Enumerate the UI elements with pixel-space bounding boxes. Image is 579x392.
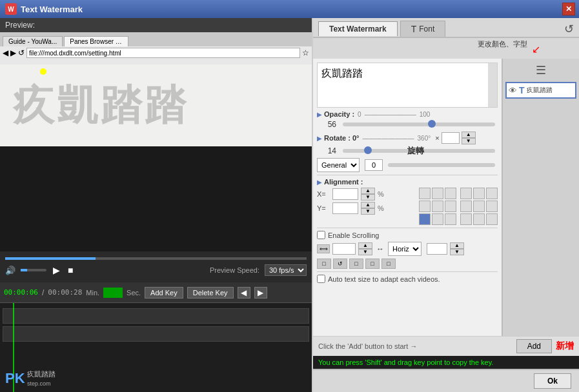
refresh-button[interactable]: ↺	[564, 22, 574, 36]
text-scrollbar[interactable]	[488, 63, 497, 107]
align-r-ml[interactable]	[460, 201, 472, 212]
align-r-bl[interactable]	[460, 213, 472, 225]
tab-font[interactable]: T Font	[400, 21, 446, 37]
main-container: Preview: Guide - YouWa... Panes Browser …	[0, 18, 579, 392]
opacity-slider[interactable]	[343, 122, 495, 126]
opacity-max: 100	[420, 111, 431, 118]
add-button[interactable]: Add	[516, 339, 552, 353]
video-preview-area: Guide - YouWa... Panes Browser Ope... ◀ …	[0, 32, 312, 251]
volume-slider[interactable]	[21, 269, 46, 271]
settings-panel: 疚凱踏踏 輸入文字 ▶ Opacity : 0 ———————— 100 56	[313, 59, 502, 336]
scroll-offset-input[interactable]: 50	[427, 243, 447, 255]
cursor-indicator	[40, 68, 46, 75]
x-input[interactable]: 14.90	[332, 188, 358, 200]
forward-icon[interactable]: ▶	[10, 48, 16, 57]
speed-select[interactable]: 30 fps/s	[265, 264, 307, 276]
rotate-mult-down[interactable]: ▼	[462, 138, 476, 144]
total-time: 00:00:28	[48, 288, 82, 297]
opacity-range-sep: ————————	[365, 111, 416, 118]
x-coord-row: X= 14.90 ▲ ▼ %	[317, 188, 414, 201]
annotation-area: 更改顏色、字型 ↙	[313, 38, 579, 59]
pk-logo: PK	[5, 370, 25, 387]
browser-url-bar: ◀ ▶ ↺ ☆	[0, 46, 312, 59]
general-dropdown[interactable]: General	[317, 158, 360, 172]
close-button[interactable]: ✕	[562, 3, 575, 15]
timeline-track-row-2	[3, 326, 309, 342]
next-key-button[interactable]: ▶	[254, 287, 267, 299]
align-r-tl[interactable]	[460, 188, 472, 199]
general-value-input[interactable]	[365, 159, 383, 171]
align-r-tc[interactable]	[473, 188, 485, 199]
scroll-type-4[interactable]: □	[365, 259, 380, 269]
ok-button[interactable]: Ok	[534, 373, 571, 389]
x-up-btn[interactable]: ▲	[361, 188, 375, 194]
prev-key-button[interactable]: ◀	[238, 287, 250, 299]
click-hint: Click the 'Add' button to start →	[318, 342, 513, 350]
stop-button[interactable]: ■	[66, 264, 74, 277]
align-tr[interactable]	[445, 188, 456, 199]
star-icon[interactable]: ☆	[302, 48, 309, 57]
align-br[interactable]	[445, 213, 456, 225]
align-bc[interactable]	[432, 213, 443, 225]
scrolling-row: Enable Scrolling	[317, 231, 498, 239]
rotate-mult-up[interactable]: ▲	[462, 132, 476, 138]
align-r-mr[interactable]	[486, 201, 498, 212]
progress-bar[interactable]	[5, 257, 307, 260]
scroll-offset-up[interactable]: ▲	[450, 242, 464, 249]
general-slider[interactable]	[388, 163, 495, 167]
scroll-speed-up[interactable]: ▲	[358, 242, 372, 249]
rotate-multiplier-input[interactable]: 1	[442, 132, 460, 144]
min-input[interactable]	[103, 288, 123, 298]
delete-key-button[interactable]: Delete Key	[187, 287, 234, 299]
opacity-value-row: 56	[317, 120, 498, 129]
y-input[interactable]: 60.62	[332, 202, 358, 214]
y-up-btn[interactable]: ▲	[361, 202, 375, 208]
play-button[interactable]: ▶	[52, 264, 61, 277]
scroll-offset-down[interactable]: ▼	[450, 249, 464, 255]
refresh-icon[interactable]: ↺	[18, 48, 25, 57]
rotate-slider-dot[interactable]	[364, 146, 372, 154]
preview-label: Preview:	[0, 18, 312, 32]
alignment-coords: X= 14.90 ▲ ▼ % Y= 60.62 ▲	[317, 188, 414, 216]
y-down-btn[interactable]: ▼	[361, 208, 375, 215]
align-r-mc[interactable]	[473, 201, 485, 212]
pk-sub-text: step.com	[27, 380, 51, 387]
opacity-triangle-icon: ▶	[317, 111, 322, 118]
browser-tab-1[interactable]: Guide - YouWa...	[3, 36, 63, 46]
browser-tab-2[interactable]: Panes Browser Ope...	[64, 36, 128, 46]
align-r-tr[interactable]	[486, 188, 498, 199]
x-label: X=	[317, 190, 330, 198]
scroll-type-2[interactable]: ↺	[333, 259, 347, 269]
auto-text-checkbox[interactable]	[317, 275, 325, 283]
scroll-type-1[interactable]: □	[317, 259, 331, 269]
scroll-type-3[interactable]: □	[349, 259, 363, 269]
opacity-slider-dot[interactable]	[428, 120, 436, 128]
url-input[interactable]	[26, 48, 300, 58]
align-ml[interactable]	[419, 201, 431, 212]
scroll-speed-input[interactable]: 200	[332, 243, 356, 255]
scroll-type-5[interactable]: □	[381, 259, 396, 269]
align-r-br[interactable]	[486, 213, 498, 225]
align-mc[interactable]	[432, 201, 443, 212]
scroll-speed-down[interactable]: ▼	[358, 249, 372, 255]
playback-controls: 🔊 ▶ ■ Preview Speed: 30 fps/s	[5, 264, 307, 277]
scroll-direction-select[interactable]: Horiz	[388, 242, 422, 256]
time-divider: /	[42, 288, 44, 297]
alignment-grids	[419, 188, 498, 225]
timeline-controls: 00:00:06 / 00:00:28 Min. Sec. Add Key De…	[0, 282, 312, 303]
align-r-bc[interactable]	[473, 213, 485, 225]
x-down-btn[interactable]: ▼	[361, 194, 375, 201]
enable-scrolling-checkbox[interactable]	[317, 231, 325, 239]
align-tl[interactable]	[419, 188, 431, 199]
tab-text-watermark[interactable]: Text Watermark	[318, 21, 398, 36]
rotate-x-label: ×	[435, 134, 439, 142]
align-bl[interactable]	[419, 213, 431, 225]
align-tc[interactable]	[432, 188, 443, 199]
align-mr[interactable]	[445, 201, 456, 212]
preview-card-text: 疚凱踏踏	[527, 86, 553, 95]
scroll-controls-row: ⟺ 200 ▲ ▼ ↔ Horiz 50 ▲ ▼	[317, 242, 498, 256]
text-watermark-input[interactable]: 疚凱踏踏	[318, 63, 497, 107]
back-icon[interactable]: ◀	[3, 48, 8, 57]
preview-card-1[interactable]: 👁 T 疚凱踏踏	[505, 82, 576, 99]
add-key-button[interactable]: Add Key	[145, 287, 183, 299]
